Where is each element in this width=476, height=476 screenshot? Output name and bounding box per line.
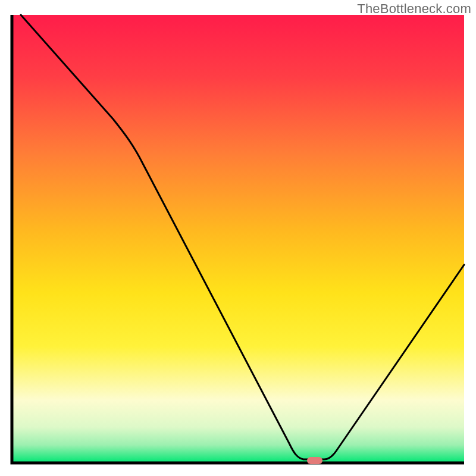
chart-frame: TheBottleneck.com <box>0 0 476 476</box>
optimal-point-marker <box>307 457 322 464</box>
bottleneck-chart <box>0 0 476 476</box>
watermark-text: TheBottleneck.com <box>357 1 471 17</box>
